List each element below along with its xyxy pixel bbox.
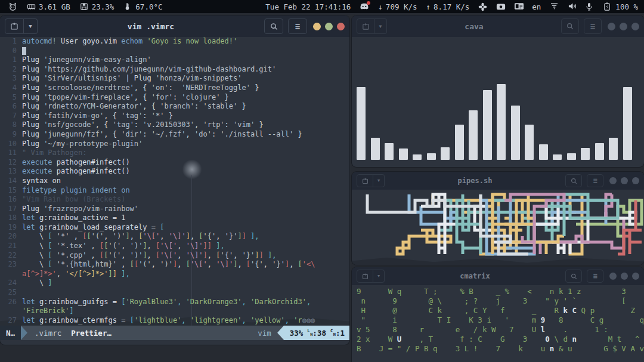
- search-button[interactable]: [561, 18, 579, 34]
- close-button[interactable]: [632, 273, 639, 280]
- tab-controls: ▼: [357, 270, 385, 283]
- powerline-separator: [277, 326, 284, 340]
- chevron-down-icon: ▼: [377, 274, 380, 279]
- minimize-button[interactable]: [609, 177, 617, 184]
- chevron-down-icon: ▼: [377, 178, 380, 183]
- vim-code-area[interactable]: 1autocmd! User goyo.vim echom 'Goyo is n…: [0, 37, 349, 326]
- new-tab-button[interactable]: [357, 270, 373, 283]
- keyboard-layout[interactable]: en: [532, 2, 541, 11]
- chevron-down-icon: ▼: [29, 23, 32, 29]
- tab-controls: ▼: [357, 18, 387, 34]
- minimize-button[interactable]: [609, 273, 617, 280]
- tab-controls: ▼: [357, 174, 385, 187]
- line-number-icon: LN: [307, 329, 312, 336]
- menu-button[interactable]: ≡: [584, 18, 602, 34]
- layout-switcher-icon[interactable]: [514, 2, 523, 11]
- line-number: :38: [312, 329, 326, 338]
- download-icon: ↓: [378, 2, 383, 11]
- window-title: cmatrix: [385, 272, 565, 280]
- chevron-down-icon: ▼: [379, 24, 382, 29]
- network-icon[interactable]: [550, 2, 559, 11]
- window-title: pipes.sh: [385, 177, 565, 185]
- search-icon: [270, 23, 278, 30]
- scroll-percent: 33%: [290, 329, 304, 338]
- window-buttons[interactable]: [609, 177, 639, 184]
- hamburger-icon: ≡: [590, 22, 595, 30]
- temperature-indicator: 67.0°C: [123, 2, 162, 11]
- tab-dropdown-button[interactable]: ▼: [373, 174, 385, 187]
- clock[interactable]: Tue Feb 22 17:41:16: [265, 2, 351, 11]
- minimize-button[interactable]: [608, 23, 615, 30]
- plugin-indicator: Prettier…: [71, 329, 112, 338]
- window-buttons[interactable]: [609, 273, 639, 280]
- search-icon: [571, 273, 577, 280]
- terminal-window-pipes: ▼ pipes.sh ≡: [352, 172, 644, 265]
- hamburger-icon: ≡: [593, 273, 597, 280]
- menu-button[interactable]: ≡: [587, 174, 603, 187]
- search-button[interactable]: [565, 270, 582, 283]
- new-tab-button[interactable]: [5, 18, 24, 34]
- maximize-button[interactable]: [621, 177, 628, 184]
- window-buttons[interactable]: [313, 23, 345, 30]
- terminal-window-cava: ▼ cava ≡: [352, 16, 644, 167]
- menu-button[interactable]: ≡: [288, 18, 307, 34]
- discord-tray-icon[interactable]: [360, 2, 369, 11]
- close-button[interactable]: [632, 177, 639, 184]
- filetype: vim: [258, 329, 271, 338]
- vim-statusline: N… .vimrc Prettier… vim 33% LN:38 CN:1: [0, 326, 349, 340]
- pipes-art[interactable]: [352, 190, 644, 258]
- position-info: 33% LN:38 CN:1: [284, 326, 349, 340]
- tab-dropdown-button[interactable]: ▼: [24, 18, 38, 34]
- menu-button[interactable]: ≡: [587, 270, 603, 283]
- new-tab-button[interactable]: [357, 18, 374, 34]
- window-title: cava: [387, 22, 561, 31]
- download-speed: ↓ 709 K/s: [378, 2, 417, 11]
- window-title: vim .vimrc: [38, 22, 264, 31]
- new-tab-button[interactable]: [357, 174, 373, 187]
- search-icon: [566, 23, 574, 30]
- disk-indicator: 23.3%: [80, 2, 114, 11]
- volume-icon[interactable]: [568, 2, 577, 11]
- vim-titlebar[interactable]: ▼ vim .vimrc ≡: [0, 16, 349, 37]
- memory-indicator: 3.61 GB: [27, 2, 70, 11]
- notification-badge: [367, 1, 370, 5]
- maximize-button[interactable]: [325, 23, 333, 30]
- powerline-separator: [21, 326, 27, 340]
- tab-dropdown-button[interactable]: ▼: [373, 270, 385, 283]
- column-number: :1: [336, 329, 345, 338]
- upload-icon: ↑: [426, 2, 431, 11]
- window-buttons[interactable]: [608, 23, 639, 30]
- search-button[interactable]: [264, 18, 283, 34]
- battery-indicator[interactable]: 100 %: [603, 2, 638, 11]
- cmatrix-titlebar[interactable]: ▼ cmatrix ≡: [352, 267, 644, 285]
- minimize-button[interactable]: [313, 23, 321, 30]
- disk-icon: [80, 2, 89, 11]
- battery-icon: [603, 2, 612, 11]
- screenshot-tray-icon[interactable]: [496, 2, 505, 11]
- microphone-icon[interactable]: [586, 2, 595, 11]
- upload-speed: ↑ 8.17 K/s: [426, 2, 470, 11]
- pinwheel-tray-icon[interactable]: [478, 2, 487, 11]
- search-icon: [571, 178, 577, 184]
- tab-controls: ▼: [5, 18, 38, 34]
- column-number-icon: CN: [330, 329, 336, 336]
- cava-visualizer[interactable]: [357, 37, 639, 160]
- terminal-window-cmatrix: ▼ cmatrix ≡ 9 W q T ; % B _ % < n k 1 z …: [352, 267, 644, 362]
- pipes-titlebar[interactable]: ▼ pipes.sh ≡: [352, 172, 644, 190]
- hamburger-icon: ≡: [295, 22, 300, 30]
- ram-icon: [27, 2, 36, 11]
- maximize-button[interactable]: [620, 23, 627, 30]
- thermometer-icon: [123, 2, 132, 11]
- hamburger-icon: ≡: [593, 177, 597, 184]
- filename: .vimrc: [35, 329, 61, 338]
- matrix-rain[interactable]: 9 W q T ; % B _ % < n k 1 z 3 n 9 @ \ ; …: [357, 287, 644, 362]
- maximize-button[interactable]: [621, 273, 628, 280]
- cava-titlebar[interactable]: ▼ cava ≡: [352, 16, 644, 37]
- mode-indicator: N…: [0, 326, 21, 340]
- search-button[interactable]: [565, 174, 582, 187]
- tab-dropdown-button[interactable]: ▼: [374, 18, 387, 34]
- close-button[interactable]: [631, 23, 639, 30]
- terminal-window-vim: 1autocmd! User goyo.vim echom 'Goyo is n…: [0, 16, 349, 345]
- distro-cat-icon: [8, 2, 17, 11]
- close-button[interactable]: [337, 23, 345, 30]
